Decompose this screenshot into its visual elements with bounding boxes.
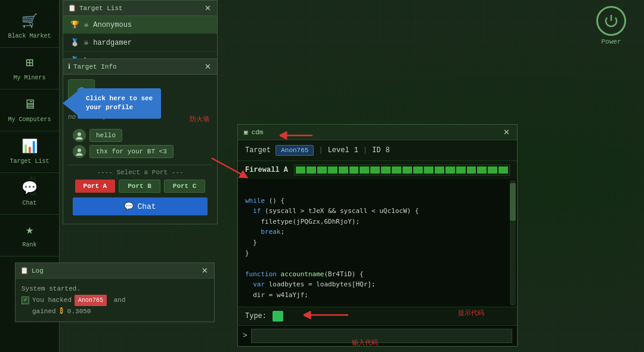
code-scrollbar[interactable] <box>510 180 516 305</box>
computers-icon: 🖥 <box>23 97 36 113</box>
fw-seg-13 <box>424 166 434 174</box>
code-hint-annotation: 提示代码 <box>458 308 484 317</box>
target-name-anonymous: Anonymous <box>93 21 132 29</box>
prompt-symbol: > <box>243 331 247 340</box>
skull-icon-2: ☠ <box>84 38 88 47</box>
chat-message-2: thx for your BT <3 <box>73 145 208 158</box>
port-a-button[interactable]: Port A <box>75 180 116 193</box>
chat-user-icon-2 <box>73 145 86 158</box>
fw-seg-7 <box>360 166 369 174</box>
sidebar-item-my-computers[interactable]: 🖥 My Computers <box>0 89 59 131</box>
fw-seg-5 <box>339 166 348 174</box>
fw-seg-10 <box>392 166 401 174</box>
profile-tooltip[interactable]: Click here to seeyour profile <box>63 88 161 119</box>
svg-point-2 <box>78 132 81 136</box>
sidebar-item-label-my-computers: My Computers <box>8 116 51 123</box>
fw-seg-19 <box>488 166 497 174</box>
trophy-gold-icon: 🏆 <box>70 20 79 29</box>
bitcoin-symbol: ₿ <box>60 308 63 315</box>
chat-bubble-1: hello <box>89 129 122 142</box>
log-checkbox: ✓ <box>21 297 29 304</box>
cdm-title: ▣ cdm <box>244 128 263 136</box>
firewall-row: Firewall A <box>238 161 517 179</box>
log-content: System started. ✓ You hacked Anon765 and… <box>16 279 214 322</box>
tooltip-text: Click here to seeyour profile <box>78 88 161 119</box>
fw-seg-18 <box>477 166 487 174</box>
tooltip-arrow <box>63 91 78 115</box>
port-b-button[interactable]: Port B <box>119 180 160 193</box>
sidebar-item-chat[interactable]: 💬 Chat <box>0 173 59 215</box>
id-value: 8 <box>385 146 389 155</box>
firewall-annotation: 防火墙 <box>190 115 209 123</box>
log-window: 📋 Log ✕ System started. ✓ You hacked Ano… <box>15 263 215 322</box>
id-label: ID <box>372 146 380 155</box>
port-buttons: Port A Port B Port C <box>73 180 208 193</box>
level-label: Level <box>328 146 349 155</box>
fw-seg-11 <box>402 166 412 174</box>
input-arrow <box>280 131 315 140</box>
chat-action-button[interactable]: 💬 Chat <box>73 197 208 215</box>
fw-seg-14 <box>435 166 444 174</box>
log-hack-prefix: You hacked <box>32 295 72 306</box>
log-icon: 📋 <box>20 267 29 274</box>
fw-seg-4 <box>328 166 338 174</box>
fw-seg-15 <box>445 166 455 174</box>
code-area: while () { if (syscall > tJeX && syscall… <box>238 179 517 307</box>
target-list-titlebar: 📋 Target List ✕ <box>63 1 217 16</box>
scrollbar-thumb <box>510 183 516 221</box>
chat-btn-icon: 💬 <box>124 202 134 211</box>
type-indicator <box>273 311 283 322</box>
command-input[interactable] <box>251 329 512 343</box>
target-list-item-hardgamer[interactable]: 🥈 ☠ hardgamer <box>63 34 217 52</box>
type-label: Type: <box>245 312 267 320</box>
code-content: while () { if (syscall > tJeX && syscall… <box>245 185 510 301</box>
fw-seg-1 <box>296 166 305 174</box>
port-label: ---- Select a Port --- <box>73 169 208 176</box>
cdm-close[interactable]: ✕ <box>502 128 511 137</box>
svg-point-3 <box>76 137 83 140</box>
fw-seg-6 <box>349 166 359 174</box>
fw-seg-2 <box>306 166 316 174</box>
log-hack-suffix: and <box>110 295 125 306</box>
fw-seg-12 <box>413 166 423 174</box>
firewall-label: Firewall A <box>245 166 288 174</box>
sidebar-item-rank[interactable]: ★ Rank <box>0 215 59 257</box>
port-c-button[interactable]: Port C <box>164 180 206 193</box>
log-close[interactable]: ✕ <box>200 266 209 275</box>
sidebar-item-label-my-miners: My Miners <box>13 75 45 82</box>
chat-area: 防火墙 hello thx for your BT <3 <box>68 125 212 165</box>
fw-seg-9 <box>381 166 391 174</box>
sidebar-item-label-chat: Chat <box>22 200 36 207</box>
power-button[interactable]: Power <box>596 6 626 45</box>
target-info-close[interactable]: ✕ <box>203 62 212 71</box>
chat-btn-label: Chat <box>137 202 156 211</box>
fw-seg-16 <box>456 166 466 174</box>
trophy-silver-icon: 🥈 <box>70 38 79 47</box>
input-hint-annotation: 输入代码 <box>352 338 378 347</box>
cdm-icon: ▣ <box>244 128 248 136</box>
fw-seg-20 <box>499 166 508 174</box>
svg-point-4 <box>78 149 81 152</box>
firewall-bar <box>294 165 510 175</box>
hacked-username-badge: Anon765 <box>75 295 107 306</box>
target-info-window: ℹ Target Info ✕ ☠ Anon765 no description… <box>63 58 218 224</box>
log-gained: gained <box>32 308 60 315</box>
log-message-1: System started. <box>21 283 208 295</box>
type-row: Type: 提示代码 <box>238 307 517 326</box>
fw-seg-8 <box>370 166 380 174</box>
target-list-close[interactable]: ✕ <box>203 4 212 13</box>
sidebar-item-black-market[interactable]: 🛒 Black Market <box>0 6 59 48</box>
sidebar-item-my-miners[interactable]: ⊞ My Miners <box>0 48 59 89</box>
port-section: ---- Select a Port --- Port A Port B Por… <box>68 165 212 219</box>
miners-icon: ⊞ <box>26 55 33 71</box>
cdm-header: Target Anon765 | Level 1 | ID 8 <box>238 140 517 161</box>
sidebar-item-label-rank: Rank <box>22 242 36 249</box>
chat-icon: 💬 <box>21 180 38 196</box>
power-icon <box>596 6 626 36</box>
sidebar-item-target-list[interactable]: 📊 Target List <box>0 131 59 173</box>
power-label: Power <box>601 38 621 45</box>
target-label: Target <box>245 146 271 155</box>
log-amount: 0.3050 <box>67 308 91 315</box>
target-list-item-anonymous[interactable]: 🏆 ☠ Anonymous <box>63 16 217 34</box>
log-message-2: ✓ You hacked Anon765 and <box>21 295 208 306</box>
